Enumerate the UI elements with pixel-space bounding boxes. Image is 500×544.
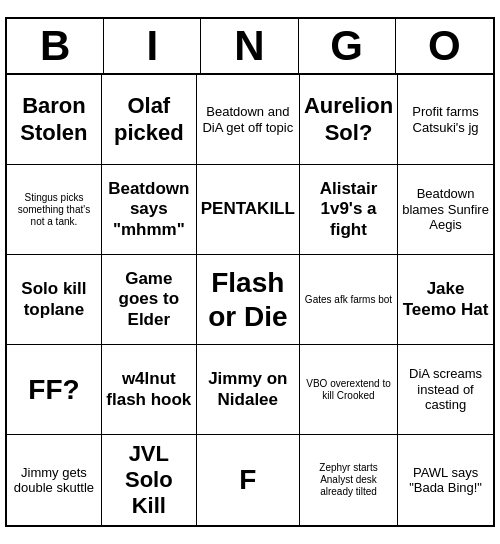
bingo-cell-0: Baron Stolen bbox=[7, 75, 102, 165]
bingo-cell-24: PAWL says "Bada Bing!" bbox=[398, 435, 493, 525]
bingo-letter-g: G bbox=[299, 19, 396, 73]
bingo-card: BINGO Baron StolenOlaf pickedBeatdown an… bbox=[5, 17, 495, 527]
bingo-cell-17: Jimmy on Nidalee bbox=[197, 345, 300, 435]
bingo-cell-20: Jimmy gets double skuttle bbox=[7, 435, 102, 525]
bingo-cell-22: F bbox=[197, 435, 300, 525]
bingo-cell-5: Stingus picks something that's not a tan… bbox=[7, 165, 102, 255]
bingo-grid: Baron StolenOlaf pickedBeatdown and DiA … bbox=[7, 75, 493, 525]
bingo-cell-1: Olaf picked bbox=[102, 75, 197, 165]
bingo-cell-10: Solo kill toplane bbox=[7, 255, 102, 345]
bingo-cell-23: Zephyr starts Analyst desk already tilte… bbox=[300, 435, 398, 525]
bingo-cell-16: w4lnut flash hook bbox=[102, 345, 197, 435]
bingo-cell-2: Beatdown and DiA get off topic bbox=[197, 75, 300, 165]
bingo-cell-13: Gates afk farms bot bbox=[300, 255, 398, 345]
bingo-letter-o: O bbox=[396, 19, 493, 73]
bingo-cell-9: Beatdown blames Sunfire Aegis bbox=[398, 165, 493, 255]
bingo-cell-6: Beatdown says "mhmm" bbox=[102, 165, 197, 255]
bingo-cell-11: Game goes to Elder bbox=[102, 255, 197, 345]
bingo-cell-15: FF? bbox=[7, 345, 102, 435]
bingo-letter-b: B bbox=[7, 19, 104, 73]
bingo-cell-21: JVL Solo Kill bbox=[102, 435, 197, 525]
bingo-letter-i: I bbox=[104, 19, 201, 73]
bingo-cell-7: PENTAKILL bbox=[197, 165, 300, 255]
bingo-header: BINGO bbox=[7, 19, 493, 75]
bingo-cell-4: Profit farms Catsuki's jg bbox=[398, 75, 493, 165]
bingo-cell-12: Flash or Die bbox=[197, 255, 300, 345]
bingo-cell-18: VBO overextend to kill Crooked bbox=[300, 345, 398, 435]
bingo-cell-14: Jake Teemo Hat bbox=[398, 255, 493, 345]
bingo-cell-19: DiA screams instead of casting bbox=[398, 345, 493, 435]
bingo-letter-n: N bbox=[201, 19, 298, 73]
bingo-cell-3: Aurelion Sol? bbox=[300, 75, 398, 165]
bingo-cell-8: Alistair 1v9's a fight bbox=[300, 165, 398, 255]
